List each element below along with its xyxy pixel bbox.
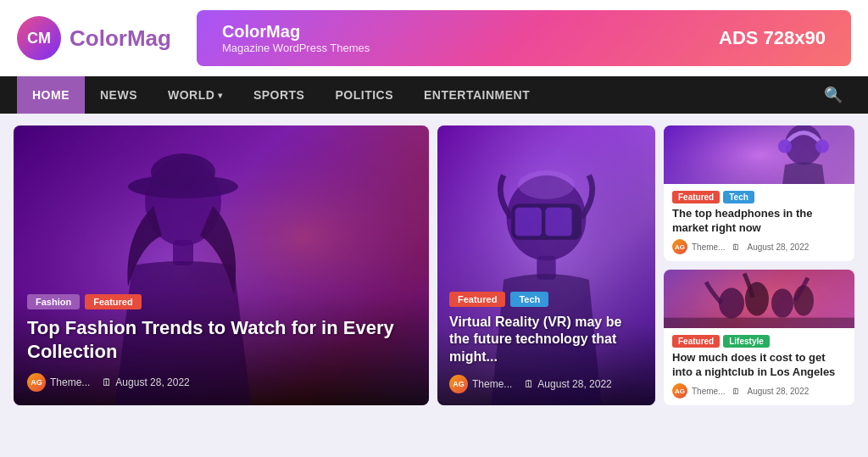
main-date: 🗓 August 28, 2022 <box>102 376 189 388</box>
main-card-overlay: Fashion Featured Top Fashion Trends to W… <box>14 281 429 405</box>
navbar: HOME NEWS WORLD ▾ SPORTS POLITICS ENTERT… <box>0 76 868 114</box>
ad-banner[interactable]: ColorMag Magazine WordPress Themes ADS 7… <box>197 10 851 66</box>
mid-calendar-icon: 🗓 <box>524 378 534 390</box>
top-right-badge-row: Featured Tech <box>672 191 846 203</box>
top-right-author-name: Theme... <box>692 242 725 252</box>
bot-right-author: AG Theme... <box>672 383 725 398</box>
main-badge-row: Fashion Featured <box>27 294 415 309</box>
mid-card[interactable]: Featured Tech Virtual Reality (VR) may b… <box>437 125 655 405</box>
logo-color: Color <box>70 25 127 51</box>
main-card-title: Top Fashion Trends to Watch for in Every… <box>27 316 415 365</box>
top-right-badge-featured[interactable]: Featured <box>672 191 720 203</box>
bot-right-date: August 28, 2022 <box>747 387 809 396</box>
right-column: Featured Tech Virtual Reality (VR) may b… <box>437 125 854 405</box>
svg-point-20 <box>771 289 793 318</box>
svg-rect-10 <box>545 208 571 237</box>
mid-card-title: Virtual Reality (VR) may be the future t… <box>449 314 643 366</box>
main-card-meta: AG Theme... 🗓 August 28, 2022 <box>27 373 415 392</box>
logo-icon: CM <box>17 16 61 60</box>
headphone-figure <box>664 125 854 184</box>
nav-world[interactable]: WORLD ▾ <box>153 76 238 114</box>
badge-featured[interactable]: Featured <box>85 294 141 309</box>
ad-size-label: ADS 728x90 <box>719 27 826 49</box>
mid-badge-row: Featured Tech <box>449 292 643 307</box>
nav-news[interactable]: NEWS <box>85 76 153 114</box>
svg-point-12 <box>518 170 575 199</box>
badge-fashion[interactable]: Fashion <box>27 294 80 309</box>
top-right-card-image <box>664 125 854 184</box>
main-author-name: Theme... <box>50 376 90 388</box>
nav-sports[interactable]: SPORTS <box>238 76 320 114</box>
main-author-avatar: AG <box>27 373 46 392</box>
bot-right-badge-lifestyle[interactable]: Lifestyle <box>723 335 770 348</box>
top-right-author: AG Theme... <box>672 239 725 254</box>
mid-author-avatar: AG <box>449 375 468 393</box>
bot-right-card-image <box>664 270 854 328</box>
bot-right-card[interactable]: Featured Lifestyle How much does it cost… <box>664 270 854 405</box>
bot-right-badge-row: Featured Lifestyle <box>672 335 846 348</box>
nav-home[interactable]: HOME <box>17 76 85 114</box>
small-cards-column: Featured Tech The top headphones in the … <box>664 125 854 405</box>
ad-left: ColorMag Magazine WordPress Themes <box>222 22 370 54</box>
svg-point-15 <box>778 140 792 153</box>
top-right-card-meta: AG Theme... 🗓 August 28, 2022 <box>672 239 846 254</box>
svg-point-4 <box>151 153 215 191</box>
content-area: Fashion Featured Top Fashion Trends to W… <box>0 114 868 417</box>
bot-right-card-title: How much does it cost to get into a nigh… <box>672 351 846 380</box>
main-author: AG Theme... <box>27 373 90 392</box>
top-right-date: August 28, 2022 <box>747 242 809 252</box>
top-right-calendar-icon: 🗓 <box>732 242 740 252</box>
main-card[interactable]: Fashion Featured Top Fashion Trends to W… <box>14 125 429 405</box>
nav-politics[interactable]: POLITICS <box>320 76 409 114</box>
nav-entertainment[interactable]: ENTERTAINMENT <box>409 76 545 114</box>
svg-point-16 <box>815 140 829 153</box>
bot-right-card-body: Featured Lifestyle How much does it cost… <box>664 328 854 405</box>
svg-rect-9 <box>515 208 542 237</box>
mid-author-name: Theme... <box>472 378 512 390</box>
main-date-text: August 28, 2022 <box>115 376 189 388</box>
svg-point-18 <box>719 288 744 319</box>
nightclub-figure <box>664 270 854 328</box>
bot-right-badge-featured[interactable]: Featured <box>672 335 720 348</box>
top-right-card-title: The top headphones in the market right n… <box>672 207 846 236</box>
top-right-author-avatar: AG <box>672 239 687 254</box>
mid-date: 🗓 August 28, 2022 <box>524 378 611 390</box>
top-right-card[interactable]: Featured Tech The top headphones in the … <box>664 125 854 261</box>
top-right-card-body: Featured Tech The top headphones in the … <box>664 184 854 261</box>
mid-date-text: August 28, 2022 <box>537 378 611 390</box>
logo-area: CM ColorMag <box>17 16 171 60</box>
chevron-icon: ▾ <box>218 91 223 100</box>
header: CM ColorMag ColorMag Magazine WordPress … <box>0 0 868 76</box>
mid-card-meta: AG Theme... 🗓 August 28, 2022 <box>449 375 643 393</box>
bot-right-author-avatar: AG <box>672 383 687 398</box>
top-right-badge-tech[interactable]: Tech <box>723 191 754 203</box>
bot-right-calendar-icon: 🗓 <box>732 387 740 396</box>
logo-text: ColorMag <box>70 25 171 52</box>
search-icon[interactable]: 🔍 <box>815 77 851 113</box>
mid-author: AG Theme... <box>449 375 512 393</box>
ad-subtitle: Magazine WordPress Themes <box>222 42 370 54</box>
calendar-icon: 🗓 <box>102 376 112 388</box>
mid-badge-featured[interactable]: Featured <box>449 292 505 307</box>
ad-title: ColorMag <box>222 22 370 42</box>
bot-right-card-meta: AG Theme... 🗓 August 28, 2022 <box>672 383 846 398</box>
bot-right-author-name: Theme... <box>692 387 725 396</box>
svg-rect-13 <box>664 125 854 184</box>
mid-card-overlay: Featured Tech Virtual Reality (VR) may b… <box>437 280 655 405</box>
logo-mag: Mag <box>127 25 171 51</box>
mid-badge-tech[interactable]: Tech <box>510 292 548 307</box>
svg-rect-22 <box>664 318 854 329</box>
